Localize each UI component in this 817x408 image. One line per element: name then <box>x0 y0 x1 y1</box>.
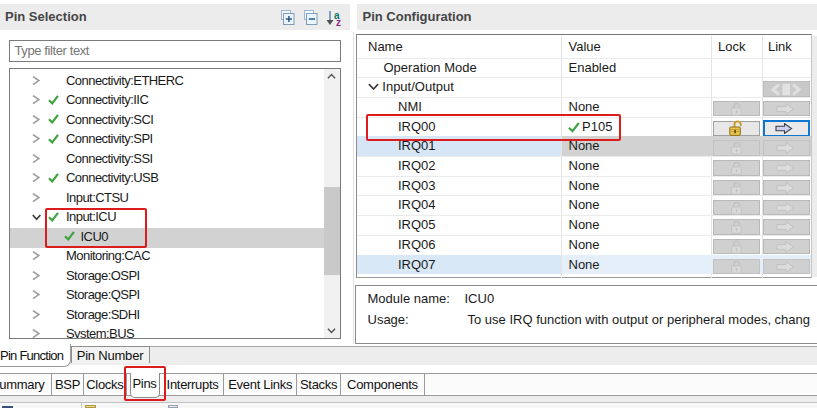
svg-text:z: z <box>336 17 341 27</box>
